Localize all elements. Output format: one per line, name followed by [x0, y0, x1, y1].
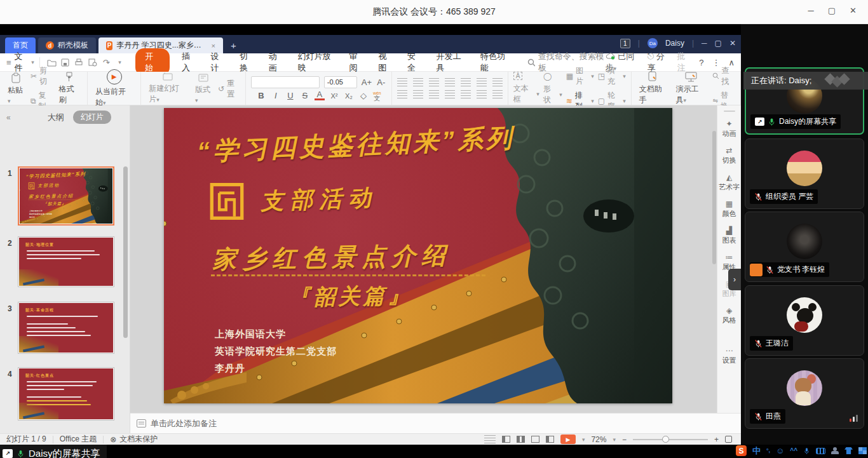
doc-assistant-button[interactable]: 文档助手: [637, 71, 670, 105]
save-icon[interactable]: [60, 57, 70, 68]
participant-tile-yanyun[interactable]: 组织委员 严芸: [745, 138, 864, 209]
tab-docer[interactable]: d 稻壳模板: [38, 37, 96, 53]
normal-view-icon[interactable]: [502, 436, 510, 443]
tool-chart[interactable]: ▟图表: [722, 227, 736, 245]
slide-thumbnail-2[interactable]: 韶关·地理位置: [18, 236, 114, 287]
wps-restore-icon[interactable]: ▢: [715, 39, 722, 48]
theme-name[interactable]: Office 主题: [60, 434, 97, 445]
present-tools-button[interactable]: 演示工具▾: [674, 72, 709, 105]
find-button[interactable]: 查找: [712, 65, 735, 87]
tab-close-icon[interactable]: ×: [212, 42, 215, 50]
ime-keyboard-icon[interactable]: [816, 448, 825, 454]
ime-toolbox-icon[interactable]: [858, 447, 867, 454]
wps-close-icon[interactable]: ✕: [729, 39, 736, 48]
close-icon[interactable]: ✕: [850, 6, 857, 15]
menu-features[interactable]: 特色功能: [480, 51, 510, 74]
canvas-scrollbar[interactable]: [712, 131, 716, 264]
bold-button[interactable]: B: [256, 91, 266, 100]
font-size-input[interactable]: [324, 76, 357, 88]
text-direction-icon[interactable]: [461, 78, 471, 86]
ime-account-icon[interactable]: [831, 447, 839, 454]
wps-minimize-icon[interactable]: ─: [702, 39, 707, 48]
rail-handle[interactable]: [724, 111, 735, 112]
paragraph-icon[interactable]: [477, 78, 487, 86]
ime-punctuation-icon[interactable]: °,: [766, 445, 770, 456]
ime-caret-icon[interactable]: ^^: [790, 445, 797, 456]
comment-button[interactable]: 批注: [677, 51, 691, 74]
presentation-slide[interactable]: “学习四史鉴往知来”系列 支部活动 家乡红色景点介绍 『韶关篇』 上海外国语大学…: [164, 108, 672, 403]
presenter-view-icon[interactable]: [546, 436, 554, 443]
textbox-button[interactable]: 文本框▾: [513, 83, 539, 105]
new-slide-button[interactable]: 新建幻灯片▾: [146, 72, 189, 105]
zoom-dropdown-icon[interactable]: ▾: [613, 436, 616, 443]
undo-icon[interactable]: ↷: [101, 57, 111, 68]
tool-settings[interactable]: ⋯设置: [722, 347, 736, 365]
shapes-button[interactable]: 形状▾: [543, 84, 562, 105]
align-center-icon[interactable]: [413, 90, 423, 98]
slide-canvas[interactable]: “学习四史鉴往知来”系列 支部活动 家乡红色景点介绍 『韶关篇』 上海外国语大学…: [130, 105, 717, 413]
menu-design[interactable]: 设计: [211, 51, 226, 74]
menu-view[interactable]: 视图: [378, 51, 393, 74]
ime-chinese-icon[interactable]: 中: [752, 445, 761, 456]
reset-button[interactable]: ↺重置: [218, 78, 240, 100]
align-left-icon[interactable]: [397, 90, 407, 98]
fit-slide-icon[interactable]: [725, 436, 732, 443]
account-name[interactable]: Daisy: [665, 39, 684, 48]
font-color-button[interactable]: A: [315, 91, 325, 100]
account-avatar[interactable]: Da: [648, 38, 658, 48]
line-spacing-icon[interactable]: [492, 78, 503, 86]
ime-skin-icon[interactable]: [844, 447, 853, 454]
doc-protection-status[interactable]: 文档未保护: [119, 434, 158, 445]
reading-view-icon[interactable]: [531, 436, 539, 443]
shrink-font-button[interactable]: A-: [376, 77, 386, 87]
textbox-top-icon[interactable]: A: [513, 72, 539, 80]
slide-thumbnail-4[interactable]: 韶关·红色景点: [18, 367, 114, 421]
slide-thumbnail-3[interactable]: 韶关·革命历程: [18, 302, 114, 354]
tab-outline[interactable]: 大纲: [48, 112, 64, 123]
zoom-level[interactable]: 72%: [591, 435, 606, 444]
slide-sorter-icon[interactable]: [517, 436, 525, 443]
tab-slides[interactable]: 幻灯片: [73, 111, 111, 124]
play-from-current-button[interactable]: ▶ 从当前开始▾: [93, 69, 135, 108]
tool-animation[interactable]: ✦动画: [722, 120, 736, 138]
columns-icon[interactable]: [477, 90, 487, 98]
participant-tile-tianyan[interactable]: 田燕: [745, 358, 864, 429]
new-tab-button[interactable]: +: [231, 40, 236, 51]
distribute-icon[interactable]: [461, 90, 471, 98]
tool-wordart[interactable]: ◭艺术字: [719, 173, 740, 192]
zoom-slider-knob[interactable]: [662, 436, 669, 443]
fill-button[interactable]: ◳填充▾: [598, 65, 626, 87]
slide-thumbnail-1[interactable]: “学习四史鉴往知来”系列 支部活动 家乡红色景点介绍 『韶关篇』 上海外国语大学…: [18, 166, 114, 226]
bullet-list-icon[interactable]: [397, 78, 407, 86]
numbered-list-icon[interactable]: [413, 78, 423, 86]
increase-indent-icon[interactable]: [445, 78, 455, 86]
panel-expand-flag[interactable]: ›: [728, 269, 741, 290]
tool-color[interactable]: ▦颜色: [722, 200, 736, 219]
indent-more-icon[interactable]: [492, 90, 503, 98]
menu-devtools[interactable]: 开发工具: [436, 51, 466, 74]
print-preview-icon[interactable]: [88, 57, 97, 68]
align-right-icon[interactable]: [429, 90, 439, 98]
share-button[interactable]: ⎋ 分享: [648, 51, 669, 74]
thumbnails-scrollbar[interactable]: [123, 166, 128, 338]
ime-voice-icon[interactable]: [803, 447, 810, 455]
pinyin-button[interactable]: wén文: [373, 91, 381, 101]
participant-tile-wanglujie[interactable]: 王璐洁: [745, 285, 864, 356]
menu-slideshow[interactable]: 幻灯片放映: [297, 51, 335, 74]
zoom-in-button[interactable]: +: [714, 435, 719, 444]
ime-emoji-icon[interactable]: ☺: [776, 445, 784, 456]
print-icon[interactable]: [74, 57, 84, 68]
minimize-icon[interactable]: ─: [808, 6, 814, 15]
layout-button[interactable]: 版式▾: [193, 73, 214, 104]
justify-icon[interactable]: [445, 90, 455, 98]
menu-insert[interactable]: 插入: [182, 51, 197, 74]
zoom-out-button[interactable]: −: [622, 435, 627, 444]
underline-button[interactable]: U: [285, 91, 295, 100]
grow-font-button[interactable]: A+: [362, 77, 372, 87]
collapse-panel-icon[interactable]: «: [6, 113, 11, 122]
menu-transition[interactable]: 切换: [240, 51, 255, 74]
maximize-icon[interactable]: ▢: [828, 6, 836, 15]
notes-toggle-icon[interactable]: [484, 435, 496, 443]
italic-button[interactable]: I: [271, 91, 281, 100]
help-icon[interactable]: ?: [699, 58, 703, 67]
